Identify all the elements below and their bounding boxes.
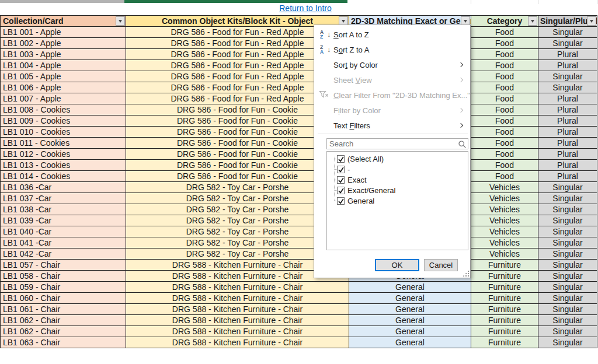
cell-card[interactable]: LB1 063 - Chair — [1, 337, 126, 348]
cell-category[interactable]: Furniture — [471, 315, 538, 326]
cell-number[interactable]: Singular — [538, 237, 597, 249]
cell-card[interactable]: LB1 009 - Cookies — [1, 116, 126, 127]
cell-number[interactable]: Singular — [538, 182, 597, 193]
checkbox-checked-icon[interactable] — [337, 155, 345, 163]
cell-number[interactable]: Plural — [538, 49, 597, 60]
cell-category[interactable]: Furniture — [471, 326, 538, 337]
cell-category[interactable]: Vehicles — [471, 193, 538, 204]
column-header-collection-card[interactable]: Collection/Card — [1, 16, 126, 27]
cell-number[interactable]: Singular — [538, 304, 597, 315]
cell-category[interactable]: Food — [471, 27, 538, 38]
cell-object[interactable]: DRG 588 - Kitchen Furniture - Chair — [126, 282, 349, 293]
cell-category[interactable]: Food — [471, 82, 538, 93]
cell-number[interactable]: Plural — [538, 60, 597, 71]
cell-number[interactable]: Singular — [538, 226, 597, 237]
cell-category[interactable]: Food — [471, 138, 538, 149]
cell-number[interactable]: Plural — [538, 93, 597, 104]
cell-category[interactable]: Furniture — [471, 293, 538, 304]
cell-number[interactable]: Singular — [538, 249, 597, 260]
cell-number[interactable]: Plural — [538, 116, 597, 127]
checkbox-checked-icon[interactable] — [337, 166, 345, 173]
cell-category[interactable]: Food — [471, 38, 538, 49]
search-input[interactable] — [327, 139, 468, 149]
cell-number[interactable]: Singular — [538, 71, 597, 82]
column-header-singular-plural[interactable]: Singular/Plural — [538, 16, 597, 27]
cell-category[interactable]: Furniture — [471, 337, 538, 348]
cell-object[interactable]: DRG 588 - Kitchen Furniture - Chair — [126, 326, 349, 337]
filter-option-exact[interactable]: Exact — [327, 174, 468, 185]
cell-category[interactable]: Food — [471, 93, 538, 104]
cell-matching[interactable]: General — [349, 282, 471, 293]
checkbox-checked-icon[interactable] — [337, 187, 345, 194]
cell-matching[interactable]: General — [349, 293, 471, 304]
cell-category[interactable]: Food — [471, 116, 538, 127]
cell-card[interactable]: LB1 006 - Apple — [1, 82, 126, 93]
cell-matching[interactable]: General — [349, 326, 471, 337]
filter-button-singular-plural[interactable] — [587, 16, 596, 26]
cell-card[interactable]: LB1 036 -Car — [1, 182, 126, 193]
cell-number[interactable]: Singular — [538, 82, 597, 93]
cell-category[interactable]: Food — [471, 149, 538, 160]
cell-card[interactable]: LB1 061 - Chair — [1, 304, 126, 315]
cell-number[interactable]: Singular — [538, 282, 597, 293]
checkbox-checked-icon[interactable] — [337, 176, 345, 184]
filter-button-collection-card[interactable] — [116, 16, 125, 26]
cell-category[interactable]: Vehicles — [471, 237, 538, 249]
cell-number[interactable]: Plural — [538, 160, 597, 171]
cell-card[interactable]: LB1 004 - Apple — [1, 60, 126, 71]
cell-card[interactable]: LB1 003 - Apple — [1, 49, 126, 60]
cancel-button[interactable]: Cancel — [424, 259, 458, 271]
return-to-intro-link[interactable]: Return to Intro — [279, 4, 332, 13]
cell-object[interactable]: DRG 588 - Kitchen Furniture - Chair — [126, 304, 349, 315]
filter-option-select-all[interactable]: (Select All) — [327, 153, 468, 164]
cell-card[interactable]: LB1 001 - Apple — [1, 27, 126, 38]
cell-card[interactable]: LB1 040 -Car — [1, 226, 126, 237]
cell-card[interactable]: LB1 058 - Chair — [1, 271, 126, 282]
filter-option-general[interactable]: General — [327, 195, 468, 206]
cell-category[interactable]: Vehicles — [471, 182, 538, 193]
cell-matching[interactable]: General — [349, 315, 471, 326]
filter-option-dash[interactable]: - — [327, 164, 468, 174]
cell-card[interactable]: LB1 010 - Cookies — [1, 127, 126, 138]
cell-card[interactable]: LB1 005 - Apple — [1, 71, 126, 82]
cell-card[interactable]: LB1 060 - Chair — [1, 293, 126, 304]
cell-number[interactable]: Singular — [538, 204, 597, 215]
menu-item-sort-a-to-z[interactable]: AZ↓Sort A to Z — [314, 27, 470, 42]
cell-number[interactable]: Plural — [538, 138, 597, 149]
cell-number[interactable]: Singular — [538, 293, 597, 304]
cell-number[interactable]: Singular — [538, 27, 597, 38]
cell-card[interactable]: LB1 039 -Car — [1, 215, 126, 226]
cell-object[interactable]: DRG 588 - Kitchen Furniture - Chair — [126, 315, 349, 326]
cell-number[interactable]: Singular — [538, 260, 597, 271]
cell-number[interactable]: Singular — [538, 326, 597, 337]
cell-card[interactable]: LB1 002 - Apple — [1, 38, 126, 49]
cell-object[interactable]: DRG 588 - Kitchen Furniture - Chair — [126, 337, 349, 348]
cell-card[interactable]: LB1 014 - Cookies — [1, 171, 126, 182]
cell-number[interactable]: Singular — [538, 215, 597, 226]
cell-category[interactable]: Food — [471, 160, 538, 171]
cell-category[interactable]: Food — [471, 127, 538, 138]
cell-number[interactable]: Singular — [538, 271, 597, 282]
cell-card[interactable]: LB1 042 -Car — [1, 249, 126, 260]
cell-card[interactable]: LB1 008 - Cookies — [1, 104, 126, 116]
filter-button-category[interactable] — [528, 16, 537, 26]
cell-number[interactable]: Plural — [538, 171, 597, 182]
menu-item-sort-by-color[interactable]: Sort by Color — [314, 57, 470, 72]
cell-number[interactable]: Singular — [538, 315, 597, 326]
cell-number[interactable]: Plural — [538, 127, 597, 138]
resize-grip[interactable] — [463, 270, 469, 276]
cell-category[interactable]: Food — [471, 71, 538, 82]
cell-matching[interactable]: General — [349, 304, 471, 315]
cell-card[interactable]: LB1 062 - Chair — [1, 315, 126, 326]
cell-category[interactable]: Vehicles — [471, 249, 538, 260]
cell-category[interactable]: Food — [471, 171, 538, 182]
filter-option-exact-general[interactable]: Exact/General — [327, 185, 468, 195]
cell-category[interactable]: Furniture — [471, 271, 538, 282]
cell-number[interactable]: Singular — [538, 193, 597, 204]
cell-number[interactable]: Singular — [538, 337, 597, 348]
cell-matching[interactable]: General — [349, 337, 471, 348]
cell-category[interactable]: Food — [471, 60, 538, 71]
cell-card[interactable]: LB1 062 - Chair — [1, 326, 126, 337]
cell-category[interactable]: Furniture — [471, 282, 538, 293]
column-header-category[interactable]: Category — [471, 16, 538, 27]
